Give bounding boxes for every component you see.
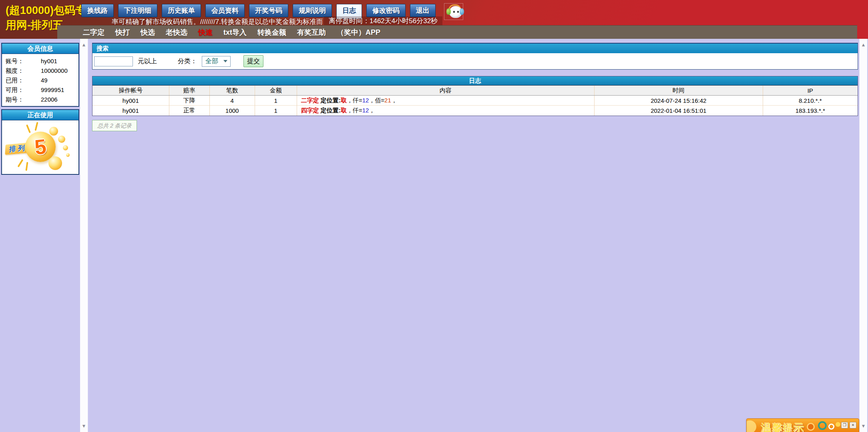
subnav-item-txt-import[interactable]: txt导入 <box>223 28 247 37</box>
info-label: 已用： <box>6 76 31 85</box>
subnav-item-convert-amount[interactable]: 转换金额 <box>257 28 286 37</box>
subnav-item-quick-type[interactable]: 快打 <box>115 28 130 37</box>
cell-odds: 正常 <box>169 106 209 116</box>
countdown-value: 1462天4小时56分32秒 <box>370 17 438 25</box>
log-row: hy001 下降 4 1 二字定 定位置:取，仟=12，佰=21， 2024-0… <box>92 96 858 106</box>
info-row-quota: 额度： 10000000 <box>2 66 78 76</box>
info-value: hy001 <box>41 56 57 66</box>
scroll-up-icon[interactable]: ▲ <box>80 42 88 48</box>
subnav-item-fast[interactable]: 快速 <box>198 28 213 37</box>
main-scrollbar[interactable]: ▲ ▼ <box>859 39 867 432</box>
info-value: 49 <box>41 76 48 85</box>
cell-count: 4 <box>209 96 255 106</box>
col-account: 操作帐号 <box>92 86 169 96</box>
site-title-line1: (超10000)包码专 <box>6 3 86 18</box>
cell-amount: 1 <box>255 106 297 116</box>
cell-time: 2024-07-24 15:16:42 <box>595 96 763 106</box>
info-row-available: 可用： 9999951 <box>2 85 78 95</box>
member-info-body: 账号： hy001 额度： 10000000 已用： 49 可用： 999995… <box>2 54 78 106</box>
cell-ip: 8.210.*.* <box>763 96 858 106</box>
top-header: (超10000)包码专 用网-排列五 换线路 下注明细 历史账单 会员资料 开奖… <box>0 0 868 39</box>
pailie-5-logo: 排列 5 <box>2 120 78 174</box>
info-label: 额度： <box>6 66 31 76</box>
info-label: 可用： <box>6 85 31 95</box>
col-time: 时间 <box>595 86 763 96</box>
sidebar-scrollbar[interactable]: ▲ ▼ <box>80 39 88 432</box>
nav-tab-logout[interactable]: 退出 <box>410 4 436 17</box>
subnav-item-two-digit[interactable]: 二字定 <box>83 28 104 37</box>
cell-account: hy001 <box>92 106 169 116</box>
log-panel: 日志 操作帐号 赔率 笔数 金额 内容 时间 IP hy001 下降 4 1 <box>92 76 858 116</box>
member-info-title: 会员信息 <box>2 44 78 54</box>
customer-service-icon[interactable] <box>444 3 463 20</box>
info-value: 9999951 <box>41 85 64 95</box>
search-form: 元以上 分类： 全部 提交 <box>92 53 858 69</box>
currently-using-title: 正在使用 <box>2 110 78 120</box>
countdown: 离停盘时间：1462天4小时56分32秒 <box>324 16 442 26</box>
member-info-panel: 会员信息 账号： hy001 额度： 10000000 已用： 49 可用： 9… <box>1 43 79 107</box>
category-select[interactable]: 全部 <box>202 56 231 67</box>
cell-time: 2022-01-04 16:51:01 <box>595 106 763 116</box>
cell-odds: 下降 <box>169 96 209 106</box>
scroll-down-icon[interactable]: ▼ <box>80 423 88 429</box>
nav-tab-bet-details[interactable]: 下注明细 <box>118 4 157 17</box>
col-ip: IP <box>763 86 858 96</box>
nav-tab-history-bills[interactable]: 历史账单 <box>162 4 201 17</box>
cell-amount: 1 <box>255 96 297 106</box>
scroll-down-icon[interactable]: ▼ <box>860 423 867 429</box>
cell-ip: 183.193.*.* <box>763 106 858 116</box>
col-count: 笔数 <box>209 86 255 96</box>
close-icon[interactable]: ✕ <box>850 422 856 428</box>
info-value: 22006 <box>41 95 58 104</box>
info-row-account: 账号： hy001 <box>2 56 78 66</box>
info-row-period: 期号： 22006 <box>2 95 78 104</box>
nav-tab-rules[interactable]: 规则说明 <box>293 4 332 17</box>
chevron-down-icon <box>223 60 227 62</box>
subnav-item-app[interactable]: （奖中）APP <box>337 28 380 37</box>
nav-tab-draw-numbers[interactable]: 开奖号码 <box>249 4 288 17</box>
info-value: 10000000 <box>41 66 68 76</box>
tips-banner[interactable]: 温馨提示 ❐ ✕ <box>746 418 859 432</box>
search-panel-title: 搜索 <box>92 44 858 53</box>
nav-tab-member-profile[interactable]: 会员资料 <box>205 4 245 17</box>
log-header-row: 操作帐号 赔率 笔数 金额 内容 时间 IP <box>92 86 858 96</box>
restore-icon[interactable]: ❐ <box>841 422 848 428</box>
category-selected-value: 全部 <box>202 57 223 66</box>
subnav-item-old-quick-pick[interactable]: 老快选 <box>166 28 187 37</box>
cell-content: 二字定 定位置:取，仟=12，佰=21， <box>297 96 594 106</box>
amount-unit-label: 元以上 <box>138 57 157 66</box>
subnav-item-reward-help[interactable]: 有奖互助 <box>297 28 326 37</box>
category-label: 分类： <box>178 57 197 66</box>
scroll-up-icon[interactable]: ▲ <box>860 42 867 48</box>
total-records-label: 总共 2 条记录 <box>92 120 137 131</box>
submit-button[interactable]: 提交 <box>243 55 263 67</box>
log-row: hy001 正常 1000 1 四字定 定位置:取，仟=12， 2022-01-… <box>92 106 858 116</box>
cell-count: 1000 <box>209 106 255 116</box>
info-row-used: 已用： 49 <box>2 76 78 85</box>
tips-banner-title: 温馨提示 <box>761 421 804 432</box>
log-panel-title: 日志 <box>92 76 858 85</box>
nav-tab-change-line[interactable]: 换线路 <box>81 4 114 17</box>
col-amount: 金额 <box>255 86 297 96</box>
cell-content: 四字定 定位置:取，仟=12， <box>297 106 594 116</box>
col-odds: 赔率 <box>169 86 209 96</box>
sub-nav: 二字定 快打 快选 老快选 快速 txt导入 转换金额 有奖互助 （奖中）APP <box>57 25 857 39</box>
log-table: 操作帐号 赔率 笔数 金额 内容 时间 IP hy001 下降 4 1 二字定 … <box>92 85 858 116</box>
search-panel: 搜索 元以上 分类： 全部 提交 <box>92 43 858 70</box>
col-content: 内容 <box>297 86 594 96</box>
info-label: 账号： <box>6 56 31 66</box>
info-label: 期号： <box>6 95 31 104</box>
amount-input[interactable] <box>94 56 133 66</box>
subnav-item-quick-pick[interactable]: 快选 <box>141 28 155 37</box>
countdown-label: 离停盘时间： <box>329 17 370 25</box>
currently-using-panel: 正在使用 排列 5 <box>1 109 79 175</box>
cell-account: hy001 <box>92 96 169 106</box>
nav-tab-change-password[interactable]: 修改密码 <box>366 4 406 17</box>
